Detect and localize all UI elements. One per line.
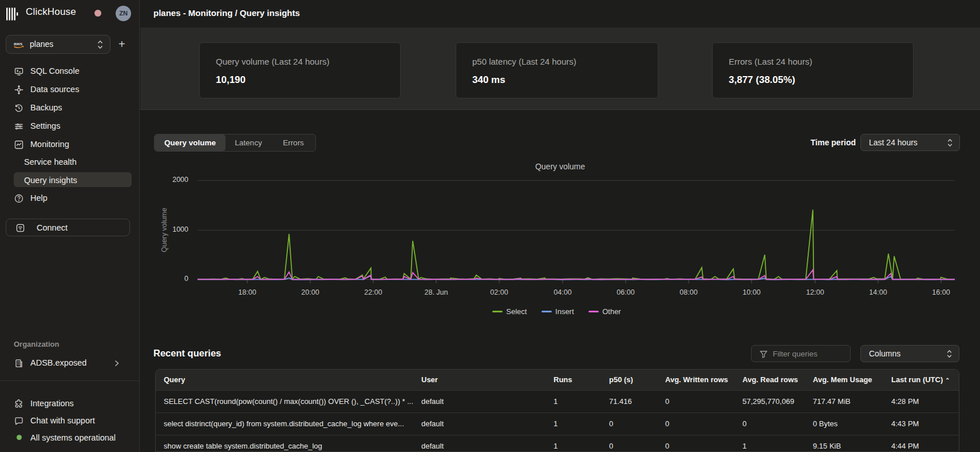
svg-text:aws: aws xyxy=(14,41,23,46)
